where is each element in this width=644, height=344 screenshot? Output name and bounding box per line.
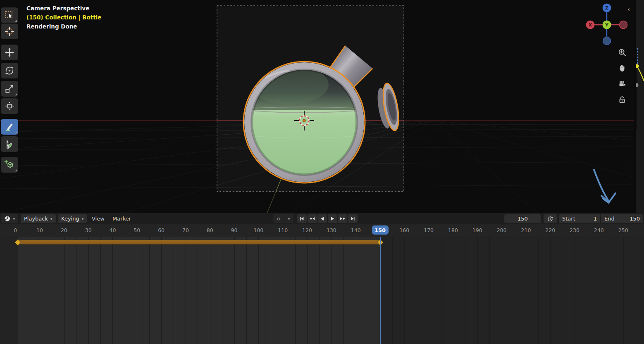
fcurve-handle-dot[interactable] xyxy=(636,83,639,87)
timeline-editor: ▾ Playback ▾ Keying ▾ View Marker xyxy=(0,213,644,344)
move-tool-button[interactable] xyxy=(1,45,18,60)
timeline-gridline xyxy=(52,237,52,344)
current-frame-field[interactable]: 150 xyxy=(504,214,541,223)
transform-tool-button[interactable] xyxy=(1,98,18,114)
navigation-gizmo[interactable]: Z X Y xyxy=(584,1,630,47)
editor-type-dropdown[interactable]: ▾ xyxy=(1,214,18,223)
ruler-tick-label: 160 xyxy=(399,227,409,233)
timeline-ruler[interactable]: 0102030405060708090100110120130140160170… xyxy=(0,225,644,236)
timeline-gridline xyxy=(356,237,356,344)
play-button[interactable] xyxy=(328,214,337,223)
timeline-gridline xyxy=(112,237,113,344)
timeline-gridline xyxy=(174,237,174,344)
play-reverse-button[interactable] xyxy=(317,214,327,223)
cursor-tool-button[interactable] xyxy=(1,24,18,39)
start-value: 1 xyxy=(594,216,597,222)
jump-to-end-button[interactable] xyxy=(348,214,358,223)
ruler-tick-label: 110 xyxy=(278,227,288,233)
annotate-tool-button[interactable] xyxy=(1,119,18,135)
gizmo-axis-y[interactable]: Y xyxy=(603,21,611,29)
marker-menu-label: Marker xyxy=(112,216,131,222)
timeline-gridline xyxy=(343,237,344,344)
use-preview-range-button[interactable] xyxy=(544,214,557,223)
timeline-gridline xyxy=(441,237,441,344)
ruler-tick-label: 130 xyxy=(327,227,336,233)
viewport-scene xyxy=(0,0,634,213)
scale-tool-button[interactable] xyxy=(1,81,18,97)
add-cube-icon xyxy=(4,159,15,170)
add-cube-tool-button[interactable] xyxy=(1,157,18,173)
jump-to-start-button[interactable] xyxy=(297,214,307,223)
timeline-gridline xyxy=(623,237,624,344)
prev-keyframe-button[interactable] xyxy=(308,214,317,223)
blender-window: Camera Perspective (150) Collection | Bo… xyxy=(0,0,644,344)
view-menu[interactable]: View xyxy=(89,214,107,223)
playback-menu-label: Playback xyxy=(24,216,48,222)
tweak-select-tool-button[interactable] xyxy=(1,7,18,23)
zoom-button[interactable] xyxy=(615,45,629,59)
lock-icon xyxy=(618,95,627,104)
camera-view-button[interactable] xyxy=(615,77,629,91)
ruler-tick-label: 230 xyxy=(570,227,580,233)
tool-group-corner xyxy=(15,131,17,133)
playhead-frame-badge[interactable]: 150 xyxy=(372,225,389,235)
timeline-header: ▾ Playback ▾ Keying ▾ View Marker xyxy=(0,213,644,224)
timeline-playhead[interactable] xyxy=(380,237,381,344)
svg-text:Y: Y xyxy=(605,22,609,28)
measure-tool-button[interactable] xyxy=(1,136,18,152)
playback-menu[interactable]: Playback ▾ xyxy=(21,214,56,223)
auto-key-toggle[interactable] xyxy=(273,214,284,223)
next-keyframe-button[interactable] xyxy=(338,214,347,223)
timeline-gridline xyxy=(332,237,332,344)
timeline-gridline xyxy=(307,237,308,344)
summary-keyframe-bar[interactable] xyxy=(18,240,380,244)
graph-editor-curve xyxy=(636,0,644,213)
3d-viewport[interactable]: Camera Perspective (150) Collection | Bo… xyxy=(0,0,634,213)
rotate-tool-button[interactable] xyxy=(1,63,18,78)
svg-text:Z: Z xyxy=(605,5,608,11)
timeline-track-area[interactable] xyxy=(0,237,644,344)
keying-menu[interactable]: Keying ▾ xyxy=(58,214,87,223)
jump-end-icon xyxy=(349,215,356,222)
gizmo-axis-z[interactable]: Z xyxy=(603,4,611,12)
graph-editor-sliver xyxy=(636,0,644,213)
marker-menu[interactable]: Marker xyxy=(110,214,134,223)
timeline-gridline xyxy=(611,237,611,344)
ruler-tick-label: 80 xyxy=(207,227,213,233)
gizmo-axis-neg-z[interactable] xyxy=(603,37,611,45)
frame-end-field[interactable]: End 150 xyxy=(601,214,643,223)
timeline-gridline xyxy=(368,237,368,344)
ruler-tick-label: 90 xyxy=(231,227,238,233)
keying-menu-label: Keying xyxy=(61,216,79,222)
ruler-tick-label: 0 xyxy=(14,227,17,233)
timeline-gridline xyxy=(429,237,429,344)
timeline-gridline xyxy=(477,237,478,344)
chevron-down-icon: ▾ xyxy=(288,217,290,221)
ruler-tick-label: 30 xyxy=(85,227,92,233)
tool-group-corner xyxy=(15,20,17,22)
ruler-tick-label: 70 xyxy=(182,227,189,233)
lock-button[interactable] xyxy=(615,93,629,107)
potion-bottle[interactable] xyxy=(243,43,422,183)
timeline-gridline xyxy=(295,237,296,344)
stopwatch-icon xyxy=(547,215,553,222)
timeline-gridline xyxy=(149,237,150,344)
tool-group-corner xyxy=(15,169,17,171)
gizmo-axis-x[interactable]: X xyxy=(586,21,595,29)
chevron-down-icon: ▾ xyxy=(50,217,52,221)
frame-start-field[interactable]: Start 1 xyxy=(559,214,600,223)
timeline-gridline xyxy=(28,237,28,344)
ruler-tick-label: 190 xyxy=(472,227,482,233)
select-box-icon xyxy=(4,10,15,21)
ruler-tick-label: 50 xyxy=(134,227,140,233)
timeline-gridline xyxy=(587,237,587,344)
sidebar-collapse-chevron-icon[interactable]: ‹ xyxy=(627,6,634,15)
auto-key-dropdown[interactable]: ▾ xyxy=(284,214,293,223)
ruler-tick-label: 180 xyxy=(448,227,458,233)
cursor-icon xyxy=(4,26,15,37)
measure-icon xyxy=(4,139,15,149)
pan-button[interactable] xyxy=(615,61,629,75)
fcurve-keyframe-dot[interactable] xyxy=(636,64,639,68)
timeline-gridline xyxy=(319,237,320,344)
gizmo-axis-neg-x[interactable] xyxy=(620,21,627,29)
